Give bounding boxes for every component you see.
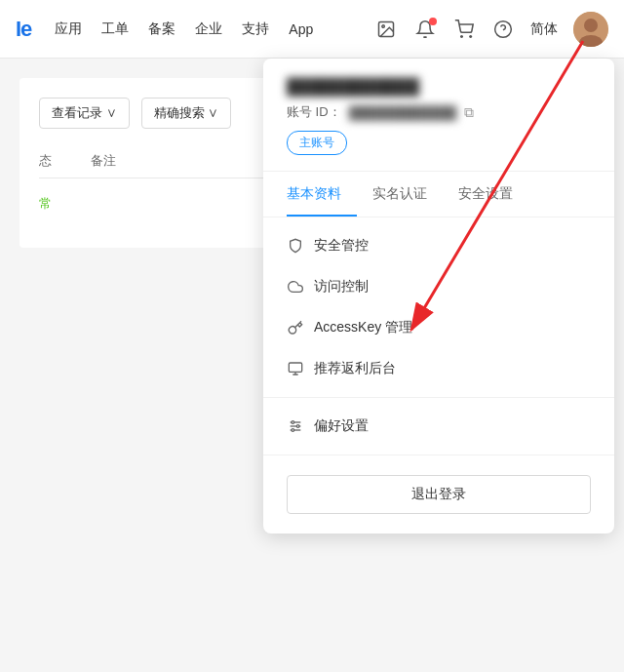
tab-basic-info[interactable]: 基本资料	[287, 172, 357, 217]
help-icon[interactable]	[491, 18, 515, 41]
notification-dot	[429, 18, 437, 25]
svg-point-1	[382, 24, 385, 26]
menu-section-2: 偏好设置	[263, 398, 614, 455]
menu-section-1: 安全管控 访问控制 AccessKey 管理	[263, 217, 614, 398]
logout-btn-wrap: 退出登录	[263, 463, 614, 526]
svg-point-4	[495, 20, 512, 37]
status-value: 常	[39, 196, 52, 211]
dropdown-header: ████████████ 账号 ID： ████████████ ⧉ 主账号	[263, 59, 614, 172]
main-account-badge: 主账号	[287, 131, 347, 155]
menu-item-security-control[interactable]: 安全管控	[263, 225, 614, 266]
menu-item-referral[interactable]: 推荐返利后台	[263, 348, 614, 389]
nav-record[interactable]: 备案	[148, 20, 176, 38]
svg-point-13	[292, 421, 294, 424]
svg-point-7	[584, 19, 598, 32]
nav-app[interactable]: 应用	[55, 20, 82, 38]
dropdown-footer: 退出登录	[263, 455, 614, 534]
nav-enterprise[interactable]: 企业	[195, 20, 222, 38]
view-records-button[interactable]: 查看记录 ∨	[39, 98, 130, 129]
menu-item-accesskey[interactable]: AccessKey 管理	[263, 307, 614, 348]
image-icon[interactable]	[374, 18, 398, 41]
account-id-row: 账号 ID： ████████████ ⧉	[287, 103, 591, 121]
menu-item-security-control-label: 安全管控	[314, 237, 369, 255]
logo[interactable]: Ie	[16, 17, 31, 42]
account-id-value: ████████████	[349, 105, 457, 120]
logout-button[interactable]: 退出登录	[287, 475, 591, 514]
menu-item-referral-label: 推荐返利后台	[314, 360, 396, 377]
navbar: Ie 应用 工单 备案 企业 支持 App	[0, 0, 624, 59]
account-dropdown: ████████████ 账号 ID： ████████████ ⧉ 主账号 基…	[263, 59, 614, 534]
navbar-items: 应用 工单 备案 企业 支持 App	[55, 20, 374, 38]
svg-point-3	[470, 35, 472, 37]
language-label[interactable]: 简体	[530, 20, 558, 38]
account-blurred-name: ████████████	[287, 78, 591, 96]
note-column-header: 备注	[91, 152, 116, 170]
exact-search-button[interactable]: 精确搜索 ∨	[141, 98, 232, 129]
svg-rect-9	[289, 363, 301, 372]
nav-support[interactable]: 支持	[242, 20, 269, 38]
svg-point-15	[292, 429, 294, 432]
avatar[interactable]	[573, 12, 608, 47]
tab-security[interactable]: 安全设置	[458, 172, 528, 217]
navbar-right: 简体	[374, 12, 608, 47]
referral-icon	[287, 360, 304, 377]
copy-icon[interactable]: ⧉	[464, 104, 480, 120]
svg-point-2	[461, 35, 463, 37]
menu-item-preferences[interactable]: 偏好设置	[263, 406, 614, 447]
menu-item-preferences-label: 偏好设置	[314, 417, 369, 435]
shield-icon	[287, 237, 304, 255]
bell-icon[interactable]	[413, 18, 437, 41]
key-icon	[287, 319, 304, 336]
nav-app-store[interactable]: App	[289, 21, 313, 37]
menu-item-access-control[interactable]: 访问控制	[263, 266, 614, 307]
menu-item-accesskey-label: AccessKey 管理	[314, 319, 412, 336]
account-id-label: 账号 ID：	[287, 103, 341, 121]
nav-ticket[interactable]: 工单	[101, 20, 129, 38]
tab-real-name[interactable]: 实名认证	[372, 172, 443, 217]
cloud-icon	[287, 278, 304, 296]
cart-icon[interactable]	[452, 18, 476, 41]
menu-item-access-control-label: 访问控制	[314, 278, 369, 296]
svg-point-14	[296, 425, 299, 428]
settings-icon	[287, 417, 304, 435]
dropdown-tabs: 基本资料 实名认证 安全设置	[263, 172, 614, 217]
status-column-header: 态	[39, 152, 52, 170]
